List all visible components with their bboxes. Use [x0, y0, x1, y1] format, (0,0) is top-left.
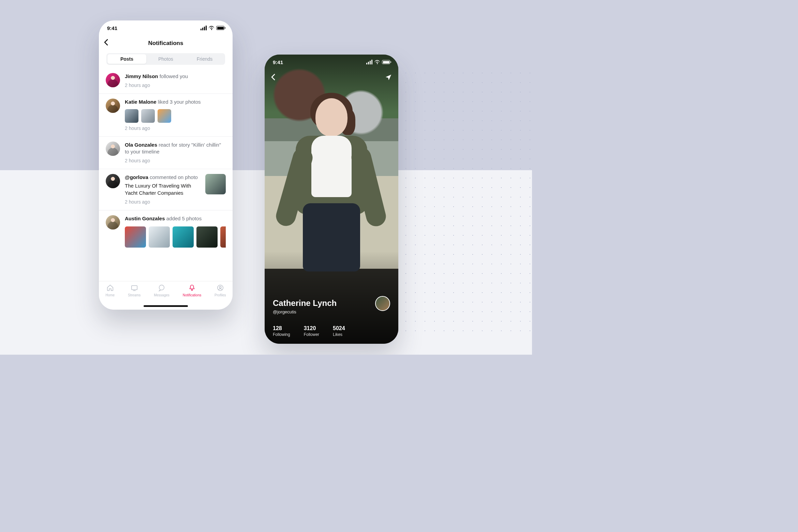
back-button[interactable]	[104, 39, 108, 48]
back-button[interactable]	[271, 74, 276, 83]
battery-icon	[382, 60, 390, 64]
profile-icon	[217, 284, 224, 292]
thumb[interactable]	[173, 226, 194, 248]
svg-point-1	[159, 285, 164, 290]
phone-profile: 9:41 Catherine Lynch @jorgecutis 128 Fol…	[265, 55, 398, 344]
tab-friends[interactable]: Friends	[185, 54, 224, 64]
notification-time: 2 hours ago	[125, 83, 226, 88]
segmented-tabs: Posts Photos Friends	[106, 53, 225, 65]
tab-label: Streams	[128, 293, 141, 297]
avatar[interactable]	[106, 142, 120, 156]
page-title: Notifications	[148, 40, 183, 47]
home-icon	[106, 284, 114, 292]
notification-text: Ola Gonzales react for story "Killin' ch…	[125, 142, 226, 156]
stat-label: Following	[273, 332, 290, 337]
notification-row[interactable]: Austin Gonzales added 5 photos	[99, 210, 233, 253]
profile-stats: 128 Following 3120 Follower 5024 Likes	[273, 325, 390, 337]
notification-list: Jimmy Nilson followed you 2 hours ago Ka…	[99, 65, 233, 253]
chevron-left-icon	[271, 74, 276, 80]
stat-following[interactable]: 128 Following	[273, 325, 290, 337]
notification-text: Austin Gonzales added 5 photos	[125, 215, 226, 222]
notification-row[interactable]: Jimmy Nilson followed you 2 hours ago	[99, 71, 233, 94]
notification-time: 2 hours ago	[125, 125, 226, 131]
profile-name: Catherine Lynch	[273, 298, 390, 308]
notification-row[interactable]: Ola Gonzales react for story "Killin' ch…	[99, 137, 233, 169]
tab-label: Home	[105, 293, 115, 297]
thumb[interactable]	[220, 226, 226, 248]
notification-time: 2 hours ago	[125, 199, 200, 205]
tab-profiles[interactable]: Profiles	[215, 284, 226, 310]
avatar[interactable]	[106, 215, 120, 230]
thumb[interactable]	[158, 109, 171, 123]
notification-text: Jimmy Nilson followed you	[125, 73, 226, 80]
tab-streams[interactable]: Streams	[128, 284, 141, 310]
bell-icon	[188, 284, 196, 292]
tab-posts[interactable]: Posts	[107, 54, 146, 64]
status-bar: 9:41	[99, 20, 233, 35]
cellular-icon	[201, 26, 207, 30]
tab-label: Messages	[154, 293, 169, 297]
svg-point-3	[219, 286, 221, 288]
streams-icon	[131, 284, 138, 292]
avatar[interactable]	[106, 174, 120, 188]
status-bar: 9:41	[265, 55, 398, 70]
tab-photos[interactable]: Photos	[146, 54, 185, 64]
stat-number: 5024	[333, 325, 345, 331]
stat-likes[interactable]: 5024 Likes	[333, 325, 345, 337]
profile-info: Catherine Lynch @jorgecutis	[273, 298, 390, 314]
thumb[interactable]	[196, 226, 218, 248]
photo-thumbs	[125, 109, 226, 123]
profile-photo	[287, 95, 376, 273]
stat-number: 3120	[304, 325, 319, 331]
share-icon	[385, 74, 392, 81]
status-time: 9:41	[107, 25, 117, 31]
cellular-icon	[366, 60, 372, 64]
svg-rect-0	[131, 286, 137, 290]
notification-text: Katie Malone liked 3 your photos	[125, 99, 226, 105]
thumb[interactable]	[205, 174, 226, 194]
tab-bar: Home Streams Messages Notifications Prof…	[99, 281, 233, 310]
battery-icon	[216, 26, 224, 30]
wifi-icon	[209, 26, 214, 30]
stat-number: 128	[273, 325, 290, 331]
chevron-left-icon	[104, 39, 108, 46]
notification-row[interactable]: @gorlova commented on photo The Luxury O…	[99, 169, 233, 210]
status-icons	[201, 26, 224, 30]
notification-subtitle: The Luxury Of Traveling With Yacht Chart…	[125, 182, 200, 196]
notification-time: 2 hours ago	[125, 158, 226, 163]
thumb[interactable]	[125, 226, 146, 248]
nav-header: Notifications	[99, 35, 233, 51]
messages-icon	[158, 284, 165, 292]
tab-label: Notifications	[183, 293, 201, 297]
avatar[interactable]	[106, 73, 120, 87]
wifi-icon	[374, 60, 380, 64]
tab-home[interactable]: Home	[105, 284, 115, 310]
stat-label: Likes	[333, 332, 345, 337]
tab-label: Profiles	[215, 293, 226, 297]
mini-avatar[interactable]	[375, 296, 390, 311]
stat-label: Follower	[304, 332, 319, 337]
share-button[interactable]	[385, 74, 392, 83]
home-indicator	[144, 305, 188, 307]
stat-follower[interactable]: 3120 Follower	[304, 325, 319, 337]
photo-strip	[125, 226, 226, 248]
thumb[interactable]	[125, 109, 138, 123]
notification-row[interactable]: Katie Malone liked 3 your photos 2 hours…	[99, 94, 233, 136]
nav-header	[265, 74, 398, 83]
phone-notifications: 9:41 Notifications Posts Photos Friends …	[99, 20, 233, 310]
thumb[interactable]	[141, 109, 155, 123]
avatar[interactable]	[106, 99, 120, 113]
notification-text: @gorlova commented on photo	[125, 174, 200, 181]
status-time: 9:41	[273, 59, 283, 65]
profile-handle: @jorgecutis	[273, 309, 390, 314]
thumb[interactable]	[149, 226, 170, 248]
status-icons	[366, 60, 390, 64]
